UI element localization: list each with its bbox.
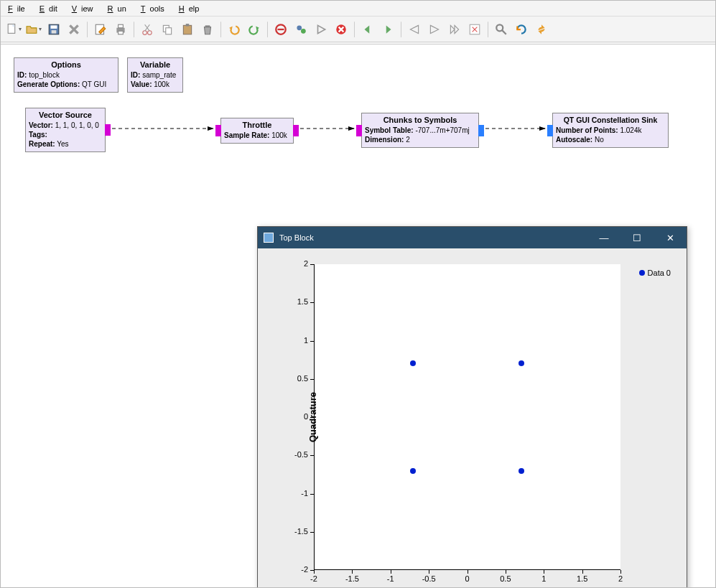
block-title: QT GUI Constellation Sink — [556, 115, 665, 126]
find-button[interactable] — [493, 21, 510, 38]
plot-window-title: Top Block — [279, 233, 314, 242]
new-button[interactable] — [5, 21, 22, 38]
menu-bar: File Edit View Run Tools Help — [1, 1, 715, 17]
block-chunks-to-symbols[interactable]: Chunks to Symbols Symbol Table: -707...7… — [361, 113, 479, 148]
block-row: Vector: 1, 1, 0, 1, 0, 0 — [29, 121, 102, 130]
menu-edit[interactable]: Edit — [35, 3, 66, 14]
legend: Data 0 — [639, 269, 671, 277]
plot-area: Quadrature In-phase Data 0 -2-1.5-1-0.50… — [266, 256, 678, 588]
svg-rect-12 — [183, 25, 191, 34]
menu-help[interactable]: Help — [175, 3, 208, 14]
port-in[interactable] — [215, 125, 221, 136]
plot-window[interactable]: Top Block — ☐ ✕ Quadrature In-phase Data… — [257, 226, 687, 588]
window-maximize-button[interactable]: ☐ — [620, 227, 654, 248]
port-out[interactable] — [293, 125, 299, 136]
menu-file[interactable]: File — [4, 3, 34, 14]
cut-button[interactable] — [139, 21, 156, 38]
separator — [267, 22, 268, 37]
block-title: Throttle — [224, 120, 290, 131]
step-button[interactable] — [446, 21, 463, 38]
nav-forward-button[interactable] — [379, 21, 396, 38]
svg-line-22 — [502, 30, 506, 34]
y-tick-label: 1.5 — [287, 297, 308, 306]
nav-back-button[interactable] — [359, 21, 376, 38]
clear-button[interactable] — [466, 21, 483, 38]
x-tick-label: -1 — [380, 574, 401, 583]
svg-rect-14 — [205, 25, 210, 27]
x-tick-label: -0.5 — [418, 574, 440, 583]
x-tick-label: -1.5 — [341, 574, 363, 583]
window-minimize-button[interactable]: — — [587, 227, 620, 248]
execute-button[interactable] — [312, 21, 330, 38]
x-tick-label: 0.5 — [495, 574, 516, 583]
separator — [220, 22, 221, 37]
x-tick-label: -2 — [303, 574, 325, 583]
legend-swatch — [639, 270, 645, 276]
svg-rect-13 — [186, 24, 190, 26]
y-tick-label: 0.5 — [287, 374, 308, 383]
rotate-left-button[interactable] — [406, 21, 423, 38]
block-title: Options — [17, 60, 115, 70]
x-tick-label: 2 — [610, 574, 631, 583]
menu-tools[interactable]: Tools — [136, 3, 173, 14]
close-button[interactable] — [65, 21, 83, 38]
menu-run[interactable]: Run — [103, 3, 135, 14]
save-button[interactable] — [45, 21, 62, 38]
block-row: Dimension: 2 — [365, 135, 475, 144]
port-out[interactable] — [478, 125, 484, 136]
y-tick-label: -1.5 — [287, 527, 308, 536]
data-point — [519, 468, 524, 474]
svg-point-9 — [148, 30, 152, 34]
block-row: Number of Points: 1.024k — [556, 126, 665, 135]
menu-view[interactable]: View — [68, 3, 102, 14]
rotate-right-button[interactable] — [426, 21, 443, 38]
separator — [134, 22, 134, 37]
constellation-chart[interactable]: Quadrature In-phase Data 0 -2-1.5-1-0.50… — [314, 264, 620, 570]
block-options[interactable]: Options ID: top_block Generate Options: … — [14, 57, 118, 93]
plot-window-titlebar[interactable]: Top Block — ☐ ✕ — [258, 227, 687, 248]
svg-point-21 — [496, 24, 503, 31]
block-vector-source[interactable]: Vector Source Vector: 1, 1, 0, 1, 0, 0 T… — [25, 108, 106, 152]
x-tick-label: 1 — [533, 574, 554, 583]
reload-button[interactable] — [513, 21, 530, 38]
svg-rect-2 — [51, 25, 57, 29]
kill-button[interactable] — [333, 21, 350, 38]
generate-button[interactable] — [292, 21, 310, 38]
window-close-button[interactable]: ✕ — [654, 227, 687, 248]
print-button[interactable] — [112, 21, 129, 38]
svg-point-18 — [301, 28, 306, 33]
edit-properties-button[interactable] — [92, 21, 109, 38]
block-variable[interactable]: Variable ID: samp_rate Value: 100k — [127, 57, 183, 93]
paste-button[interactable] — [179, 21, 196, 38]
sync-button[interactable] — [533, 21, 550, 38]
block-title: Chunks to Symbols — [365, 115, 475, 126]
data-point — [519, 360, 524, 366]
data-point — [410, 360, 416, 366]
redo-button[interactable] — [246, 21, 263, 38]
disable-button[interactable] — [272, 21, 289, 38]
port-out[interactable] — [105, 124, 111, 136]
svg-rect-3 — [52, 30, 57, 34]
block-constellation-sink[interactable]: QT GUI Constellation Sink Number of Poin… — [552, 113, 669, 148]
data-point — [410, 468, 416, 474]
separator — [354, 22, 355, 37]
block-throttle[interactable]: Throttle Sample Rate: 100k — [220, 118, 294, 144]
open-button[interactable] — [25, 21, 42, 38]
y-tick-label: 2 — [287, 259, 308, 268]
x-tick-label: 1.5 — [572, 574, 593, 583]
port-in[interactable] — [356, 125, 362, 136]
y-tick-label: -2 — [287, 565, 308, 574]
svg-rect-11 — [166, 27, 172, 34]
block-row: Tags: — [29, 130, 102, 139]
copy-button[interactable] — [159, 21, 176, 38]
y-tick-label: -1 — [287, 489, 308, 498]
separator — [488, 22, 488, 37]
toolbar — [1, 17, 715, 42]
svg-point-17 — [297, 25, 302, 30]
block-row: Symbol Table: -707...7m+707mj — [365, 126, 475, 135]
flowgraph-canvas[interactable]: Options ID: top_block Generate Options: … — [1, 44, 715, 587]
port-in[interactable] — [547, 125, 553, 136]
block-row: Sample Rate: 100k — [224, 131, 290, 140]
delete-button[interactable] — [199, 21, 216, 38]
undo-button[interactable] — [226, 21, 243, 38]
